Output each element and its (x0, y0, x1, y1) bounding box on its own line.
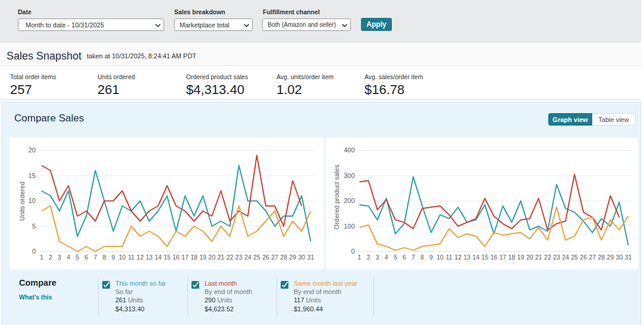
svg-text:16: 16 (491, 254, 498, 261)
svg-text:0: 0 (351, 248, 354, 255)
svg-text:27: 27 (589, 254, 596, 261)
svg-text:12: 12 (137, 254, 144, 261)
svg-text:3: 3 (376, 254, 379, 261)
svg-text:100: 100 (344, 223, 354, 230)
svg-text:23: 23 (553, 254, 560, 261)
svg-text:200: 200 (344, 197, 354, 204)
svg-text:22: 22 (544, 254, 551, 261)
svg-text:0: 0 (32, 248, 36, 255)
svg-text:28: 28 (280, 254, 287, 261)
svg-text:21: 21 (218, 254, 225, 261)
svg-text:29: 29 (607, 254, 614, 261)
svg-text:3: 3 (58, 254, 61, 261)
svg-text:11: 11 (446, 254, 453, 261)
svg-text:14: 14 (155, 254, 162, 261)
svg-text:11: 11 (128, 254, 134, 261)
svg-text:28: 28 (598, 254, 605, 261)
svg-text:20: 20 (209, 254, 216, 261)
svg-text:1: 1 (358, 254, 362, 261)
svg-text:9: 9 (112, 254, 115, 261)
svg-text:18: 18 (190, 254, 197, 261)
svg-text:13: 13 (463, 254, 470, 261)
svg-text:26: 26 (262, 254, 269, 261)
svg-text:13: 13 (146, 254, 153, 261)
svg-text:7: 7 (411, 254, 415, 261)
svg-text:20: 20 (526, 254, 533, 261)
svg-text:8: 8 (102, 254, 106, 261)
svg-text:6: 6 (403, 254, 406, 261)
svg-text:300: 300 (344, 172, 354, 179)
svg-text:17: 17 (181, 254, 189, 261)
svg-text:31: 31 (307, 254, 315, 261)
svg-text:23: 23 (235, 254, 243, 261)
svg-text:20: 20 (29, 146, 36, 154)
svg-text:24: 24 (244, 254, 252, 261)
svg-text:10: 10 (119, 254, 126, 261)
svg-text:30: 30 (616, 254, 623, 261)
svg-text:27: 27 (271, 254, 278, 261)
svg-text:4: 4 (67, 254, 70, 261)
svg-text:29: 29 (289, 254, 296, 261)
svg-text:2: 2 (49, 254, 52, 261)
svg-text:15: 15 (29, 172, 36, 179)
svg-text:15: 15 (482, 254, 489, 261)
svg-text:6: 6 (84, 254, 88, 261)
svg-text:15: 15 (164, 254, 171, 261)
svg-text:1: 1 (40, 254, 43, 261)
svg-text:31: 31 (625, 254, 632, 261)
svg-text:16: 16 (172, 254, 180, 261)
svg-text:10: 10 (436, 254, 444, 261)
svg-text:14: 14 (473, 254, 480, 261)
svg-text:Units ordered: Units ordered (18, 182, 26, 221)
svg-text:Ordered product sales: Ordered product sales (333, 164, 340, 229)
svg-text:24: 24 (562, 254, 569, 261)
svg-text:25: 25 (253, 254, 260, 261)
svg-text:10: 10 (29, 197, 36, 204)
svg-text:26: 26 (580, 254, 587, 261)
svg-text:17: 17 (500, 254, 507, 261)
svg-text:30: 30 (298, 254, 305, 261)
svg-text:5: 5 (32, 223, 36, 230)
svg-text:9: 9 (429, 254, 433, 261)
svg-text:4: 4 (385, 254, 388, 261)
svg-text:12: 12 (454, 254, 461, 261)
svg-text:5: 5 (76, 254, 79, 261)
svg-text:8: 8 (420, 254, 424, 261)
svg-text:18: 18 (508, 254, 516, 261)
svg-text:22: 22 (227, 254, 234, 261)
svg-text:25: 25 (571, 254, 578, 261)
svg-text:5: 5 (394, 254, 397, 261)
svg-text:21: 21 (535, 254, 542, 261)
svg-text:2: 2 (367, 254, 370, 261)
svg-text:7: 7 (93, 254, 97, 261)
svg-text:19: 19 (199, 254, 206, 261)
svg-text:400: 400 (344, 146, 354, 154)
svg-text:19: 19 (517, 254, 524, 261)
